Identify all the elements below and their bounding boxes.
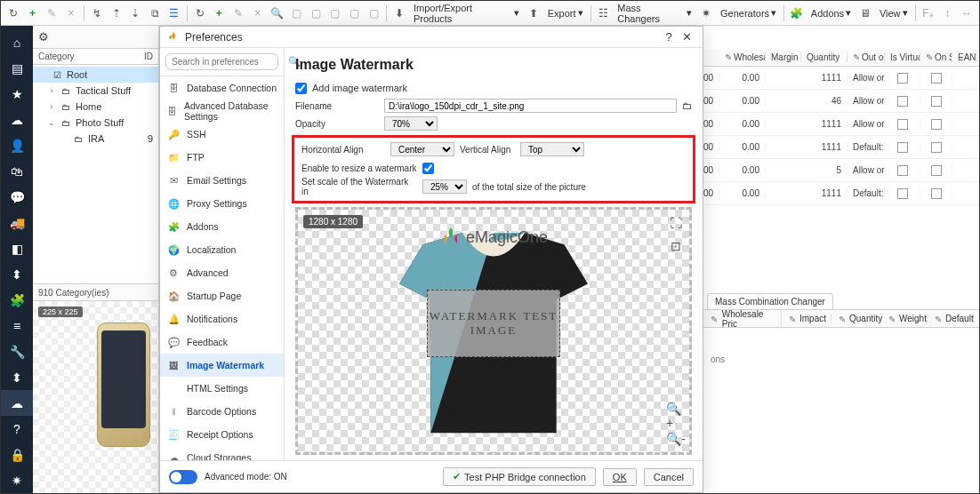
refresh-icon[interactable]: ↻ [4,4,22,22]
onsale-checkbox[interactable] [931,96,942,107]
tree-root[interactable]: ☑Root [33,67,158,83]
shuffle-icon[interactable]: ↯ [88,4,106,22]
upload-icon[interactable]: ⬆ [525,4,542,22]
edit-icon[interactable]: ✎ [44,4,61,22]
sidebar-item-receipt-options[interactable]: 🧾Receipt Options [160,423,284,446]
ti2-icon[interactable]: ↔ [958,4,976,22]
opacity-select[interactable]: 70% [384,116,438,131]
tree-photo[interactable]: ⌄🗀Photo Stuff [33,115,158,131]
export-button[interactable]: Export ▾ [544,7,587,19]
download-icon[interactable]: ⬇ [390,4,408,22]
rail-cloud-icon[interactable]: ☁ [1,107,33,132]
close-icon[interactable]: ✕ [678,30,695,44]
tree-home[interactable]: ›🗀Home [33,99,158,115]
help-icon[interactable]: ? [660,30,678,44]
search-icon[interactable]: 🔍 [269,4,286,22]
monitor-icon[interactable]: 🖥 [856,4,874,22]
halign-select[interactable]: Center [390,142,454,156]
rail-panel-icon[interactable]: ◧ [1,235,33,261]
gen-icon[interactable]: ✷ [697,4,715,22]
generators-button[interactable]: Generators ▾ [717,7,780,19]
resize-checkbox[interactable] [422,163,434,174]
rail-puzzle-icon[interactable]: 🧩 [1,287,33,313]
search-box[interactable]: 🔍 [165,53,278,70]
rail-home-icon[interactable]: ⌂ [1,29,33,55]
rail-sliders-icon[interactable]: ≡ [1,313,33,339]
scale-select[interactable]: 25% [422,179,467,194]
rail-bag-icon[interactable]: 🛍 [1,158,33,184]
rail-settings-icon[interactable]: ✷ [1,467,33,493]
rail-box-icon[interactable]: ☁ [1,390,33,416]
virtual-checkbox[interactable] [897,96,908,107]
zoom-out-icon[interactable]: 🔍- [666,429,686,449]
mass-changers-button[interactable]: Mass Changers ▾ [614,3,695,24]
ok-button[interactable]: OK [603,468,637,486]
rail-truck-icon[interactable]: 🚚 [1,210,33,235]
sidebar-item-startup-page[interactable]: 🏠Startup Page [160,284,284,307]
rail-chart-icon[interactable]: ⬍ [1,261,33,287]
onsale-checkbox[interactable] [931,142,942,153]
onsale-checkbox[interactable] [931,165,942,176]
import-export-button[interactable]: Import/Export Products ▾ [410,3,523,24]
virtual-checkbox[interactable] [897,165,908,176]
box5-icon[interactable]: ▢ [365,4,382,22]
rail-chat-icon[interactable]: 💬 [1,184,33,210]
sidebar-item-database-connection[interactable]: 🗄Database Connection [160,76,284,100]
rail-catalog-icon[interactable]: ▤ [1,55,33,81]
add2-icon[interactable]: + [210,4,228,22]
rail-star-icon[interactable]: ★ [1,81,33,107]
onsale-checkbox[interactable] [931,188,942,199]
onsale-checkbox[interactable] [931,73,942,84]
rail-lock-icon[interactable]: 🔒 [1,442,33,467]
browse-icon[interactable]: 🗀 [682,100,692,111]
table-row[interactable]: 000.005Allow orde [703,159,979,182]
sidebar-item-advanced-database-settings[interactable]: 🗄Advanced Database Settings [160,100,284,123]
refresh2-icon[interactable]: ↻ [191,4,209,22]
rail-user-icon[interactable]: 👤 [1,132,33,158]
box2-icon[interactable]: ▢ [307,4,325,22]
tree-tactical[interactable]: ›🗀Tactical Stuff [33,83,158,99]
puzzle-icon[interactable]: 🧩 [788,4,806,22]
gear-icon[interactable]: ⚙ [38,30,49,44]
virtual-checkbox[interactable] [897,73,908,84]
valign-select[interactable]: Top [520,142,584,156]
sidebar-item-html-settings[interactable]: HTML Settings [160,377,284,400]
virtual-checkbox[interactable] [897,142,908,153]
sidebar-item-feedback[interactable]: 💬Feedback [160,331,284,354]
tree-ira[interactable]: 🗀IRA9 [33,131,158,147]
virtual-checkbox[interactable] [897,119,908,130]
rail-wrench-icon[interactable]: 🔧 [1,339,33,364]
table-row[interactable]: 000.0046Allow orde [703,90,979,113]
delete-icon[interactable]: × [62,4,80,22]
sidebar-item-image-watermark[interactable]: 🖼Image Watermark [160,354,284,377]
box1-icon[interactable]: ▢ [287,4,305,22]
copy-icon[interactable]: ⧉ [146,4,164,22]
tab-mass-combination[interactable]: Mass Combination Changer [707,293,833,309]
box3-icon[interactable]: ▢ [326,4,344,22]
expand-icon[interactable]: ⛶ [666,213,686,233]
rail-help-icon[interactable]: ? [1,416,33,442]
addons-button[interactable]: Addons ▾ [807,7,855,19]
rail-chart2-icon[interactable]: ⬍ [1,364,33,390]
advanced-mode-toggle[interactable] [169,470,197,484]
add-icon[interactable]: + [24,4,42,22]
filename-input[interactable] [384,99,677,113]
sidebar-item-ftp[interactable]: 📁FTP [160,146,284,169]
box4-icon[interactable]: ▢ [346,4,364,22]
sidebar-item-localization[interactable]: 🌍Localization [160,238,284,261]
table-row[interactable]: 000.001111Default: De [703,136,979,159]
edit2-icon[interactable]: ✎ [229,4,247,22]
ti-icon[interactable]: ↕ [938,4,956,22]
sidebar-item-cloud-storages[interactable]: ☁Cloud Storages [160,446,284,460]
zoom-in-icon[interactable]: 🔍+ [666,406,686,426]
sort-desc-icon[interactable]: ⇣ [126,4,144,22]
list-icon[interactable]: ☰ [165,4,183,22]
onsale-checkbox[interactable] [931,119,942,130]
mass-icon[interactable]: ☷ [595,4,613,22]
sort-asc-icon[interactable]: ⇡ [108,4,125,22]
sidebar-item-proxy-settings[interactable]: 🌐Proxy Settings [160,192,284,215]
add-watermark-checkbox[interactable] [295,83,307,94]
sidebar-item-notifications[interactable]: 🔔Notifications [160,307,284,331]
virtual-checkbox[interactable] [897,188,908,199]
delete2-icon[interactable]: × [249,4,267,22]
